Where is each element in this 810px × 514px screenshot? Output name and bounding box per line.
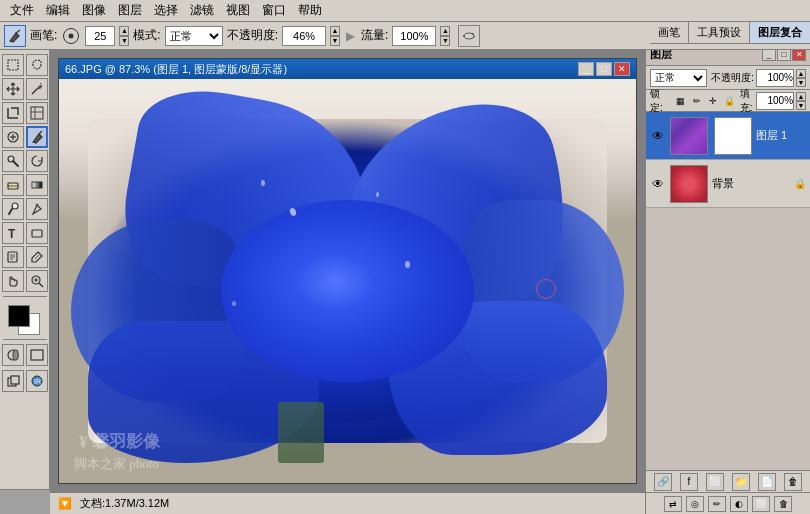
tool-marquee-rect[interactable] — [2, 54, 24, 76]
lock-pixels-btn[interactable]: ✏ — [691, 94, 703, 108]
tool-slice[interactable] — [26, 102, 48, 124]
svg-rect-10 — [31, 107, 43, 119]
flow-up[interactable]: ▲ — [440, 26, 450, 36]
tool-hand[interactable] — [2, 270, 24, 292]
panel-status-btn4[interactable]: ◐ — [730, 496, 748, 512]
tool-magic-wand[interactable] — [26, 78, 48, 100]
tool-healing[interactable] — [2, 126, 24, 148]
tool-quick-mask[interactable] — [2, 344, 24, 366]
opacity-spinner[interactable]: ▲ ▼ — [330, 26, 340, 46]
color-selector[interactable] — [8, 305, 42, 335]
mode-select[interactable]: 正常 — [165, 26, 223, 46]
link-layers-btn[interactable]: 🔗 — [654, 473, 672, 491]
tool-clone[interactable] — [2, 150, 24, 172]
foreground-color[interactable] — [8, 305, 30, 327]
menu-view[interactable]: 视图 — [220, 0, 256, 21]
lock-all-btn[interactable]: 🔒 — [723, 94, 735, 108]
new-layer-btn[interactable]: 📄 — [758, 473, 776, 491]
tab-tool-preset[interactable]: 工具预设 — [689, 22, 750, 43]
svg-point-5 — [472, 37, 473, 38]
panel-status-btn6[interactable]: 🗑 — [774, 496, 792, 512]
layer1-mask-thumbnail — [714, 117, 752, 155]
menu-help[interactable]: 帮助 — [292, 0, 328, 21]
window-maximize-btn[interactable]: □ — [596, 62, 612, 76]
menu-layer[interactable]: 图层 — [112, 0, 148, 21]
bg-name: 背景 — [712, 176, 790, 191]
fill-input[interactable] — [756, 92, 794, 110]
tool-eraser[interactable] — [2, 174, 24, 196]
flow-down[interactable]: ▼ — [440, 36, 450, 46]
menu-image[interactable]: 图像 — [76, 0, 112, 21]
brush-tool-icon[interactable] — [4, 25, 26, 47]
fill-spinner[interactable]: ▲ ▼ — [796, 92, 806, 110]
tool-jump-to[interactable] — [2, 370, 24, 392]
panel-status-btn2[interactable]: ◎ — [686, 496, 704, 512]
status-bar: 🔽 文档:1.37M/3.12M — [50, 492, 645, 514]
brush-size-down[interactable]: ▼ — [119, 36, 129, 46]
new-group-btn[interactable]: 📁 — [732, 473, 750, 491]
tool-shape[interactable] — [26, 222, 48, 244]
opacity-down[interactable]: ▼ — [330, 36, 340, 46]
toolbox: T — [0, 50, 50, 490]
tool-history[interactable] — [26, 150, 48, 172]
layer1-visibility-btn[interactable]: 👁 — [650, 128, 666, 144]
tool-crop[interactable] — [2, 102, 24, 124]
layers-close-btn[interactable]: ✕ — [792, 49, 806, 61]
panel-status-btn5[interactable]: ⬜ — [752, 496, 770, 512]
opacity-input[interactable] — [282, 26, 326, 46]
add-mask-btn[interactable]: ⬜ — [706, 473, 724, 491]
tool-move[interactable] — [2, 78, 24, 100]
opacity-up-layers[interactable]: ▲ — [796, 69, 806, 78]
add-style-btn[interactable]: f — [680, 473, 698, 491]
layer-item-bg[interactable]: 👁 背景 🔒 — [646, 160, 810, 208]
delete-layer-btn[interactable]: 🗑 — [784, 473, 802, 491]
brush-preview[interactable] — [63, 28, 79, 44]
layers-minimize-btn[interactable]: _ — [762, 49, 776, 61]
tool-pen[interactable] — [26, 198, 48, 220]
menu-bar: 文件 编辑 图像 图层 选择 滤镜 视图 窗口 帮助 — [0, 0, 810, 22]
tool-eyedropper[interactable] — [26, 246, 48, 268]
opacity-down-layers[interactable]: ▼ — [796, 78, 806, 87]
window-minimize-btn[interactable]: _ — [578, 62, 594, 76]
tool-notes[interactable] — [2, 246, 24, 268]
airbrush-btn[interactable] — [458, 25, 480, 47]
tab-layer-comp[interactable]: 图层复合 — [750, 22, 810, 43]
layers-mode-select[interactable]: 正常 — [650, 69, 707, 87]
tool-screen-mode[interactable] — [26, 344, 48, 366]
lock-position-btn[interactable]: ✛ — [707, 94, 719, 108]
brush-size-spinner[interactable]: ▲ ▼ — [119, 26, 129, 46]
layer-item-1[interactable]: 👁 图层 1 — [646, 112, 810, 160]
tool-imageready[interactable]: IR — [26, 370, 48, 392]
panel-status-btn3[interactable]: ✏ — [708, 496, 726, 512]
menu-file[interactable]: 文件 — [4, 0, 40, 21]
menu-window[interactable]: 窗口 — [256, 0, 292, 21]
window-close-btn[interactable]: ✕ — [614, 62, 630, 76]
document-window: 66.JPG @ 87.3% (图层 1, 图层蒙版/8/显示器) _ □ ✕ — [58, 58, 637, 484]
tool-brush[interactable] — [26, 126, 48, 148]
menu-select[interactable]: 选择 — [148, 0, 184, 21]
bg-visibility-btn[interactable]: 👁 — [650, 176, 666, 192]
tool-marquee-lasso[interactable] — [26, 54, 48, 76]
opacity-label: 不透明度: — [227, 27, 278, 44]
brush-size-input[interactable] — [85, 26, 115, 46]
canvas-image[interactable]: ¥ 馨羽影像 脚本之家 photo — [59, 79, 636, 483]
tab-brush[interactable]: 画笔 — [650, 22, 689, 43]
panel-status-btn1[interactable]: ⇄ — [664, 496, 682, 512]
brush-size-up[interactable]: ▲ — [119, 26, 129, 36]
fill-down[interactable]: ▼ — [796, 101, 806, 110]
lock-transparent-btn[interactable]: ▦ — [674, 94, 686, 108]
opacity-up[interactable]: ▲ — [330, 26, 340, 36]
tool-text[interactable]: T — [2, 222, 24, 244]
opacity-spinner-layers[interactable]: ▲ ▼ — [796, 69, 806, 87]
flow-input[interactable] — [392, 26, 436, 46]
menu-edit[interactable]: 编辑 — [40, 0, 76, 21]
flow-spinner[interactable]: ▲ ▼ — [440, 26, 450, 46]
tool-dodge[interactable] — [2, 198, 24, 220]
tool-zoom[interactable] — [26, 270, 48, 292]
fill-up[interactable]: ▲ — [796, 92, 806, 101]
right-tabs: 画笔 工具预设 图层复合 — [650, 22, 810, 44]
layers-maximize-btn[interactable]: □ — [777, 49, 791, 61]
menu-filter[interactable]: 滤镜 — [184, 0, 220, 21]
layers-opacity-input[interactable] — [756, 69, 794, 87]
tool-gradient[interactable] — [26, 174, 48, 196]
